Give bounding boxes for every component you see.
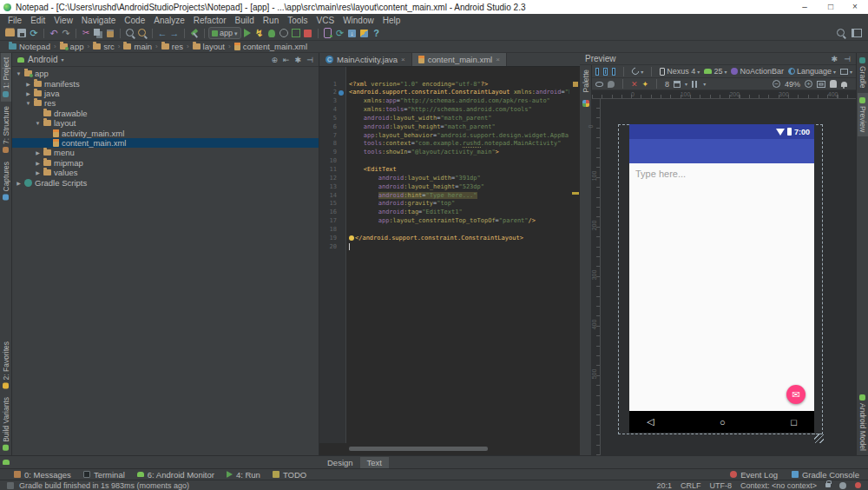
blueprint-mode-icon[interactable] xyxy=(603,68,607,76)
hide-panel-icon[interactable]: ⊣ xyxy=(844,55,851,63)
tree-item-manifests[interactable]: ▶manifests xyxy=(12,78,319,88)
locale-selector[interactable]: Language▾ xyxy=(788,67,836,76)
tree-collapse-arrow[interactable]: ▶ xyxy=(35,149,41,156)
tree-collapse-arrow[interactable]: ▶ xyxy=(35,169,41,175)
tree-expand-arrow[interactable]: ▼ xyxy=(16,71,22,76)
close-tab-icon[interactable]: × xyxy=(496,56,500,63)
encoding[interactable]: UTF-8 xyxy=(709,481,732,490)
run-config-selector[interactable]: app▾ xyxy=(208,27,241,39)
code-line[interactable]: tools:context="com.example.rushd.notepad… xyxy=(349,140,569,149)
pan-icon[interactable] xyxy=(830,80,837,88)
breadcrumb-content-main-xml[interactable]: content_main.xml xyxy=(233,42,309,51)
device-screen[interactable]: 7:00 Type here... ✉ ◁ ○ □ xyxy=(629,124,814,433)
highlight-marker[interactable] xyxy=(572,192,579,195)
search-icon[interactable] xyxy=(835,27,847,39)
tree-item-app[interactable]: ▼app xyxy=(12,69,319,78)
code-line[interactable]: android:layout_width="391dp" xyxy=(349,175,569,183)
tree-item-layout[interactable]: ▼layout xyxy=(12,118,319,128)
tree-item-mipmap[interactable]: ▶mipmap xyxy=(12,158,319,168)
close-tab-icon[interactable]: × xyxy=(401,56,405,63)
clear-constraints-icon[interactable]: ✕ xyxy=(631,80,638,89)
theme-selector[interactable]: NoActionBar xyxy=(731,67,784,76)
undo-icon[interactable] xyxy=(48,27,60,39)
api-selector[interactable]: 25▾ xyxy=(704,67,727,76)
menu-run[interactable]: Run xyxy=(259,16,283,25)
lock-icon[interactable] xyxy=(825,483,831,487)
code-line[interactable]: android:layout_height="match_parent" xyxy=(349,123,569,132)
tree-collapse-arrow[interactable]: ▶ xyxy=(25,81,31,87)
tree-expand-arrow[interactable]: ▼ xyxy=(35,121,41,126)
breadcrumb-res[interactable]: res xyxy=(160,42,185,51)
intention-bulb-icon[interactable] xyxy=(349,235,354,241)
orientation-selector[interactable]: ▾ xyxy=(632,68,643,75)
editor-tab-mainactivity-java[interactable]: CMainActivity.java× xyxy=(319,53,412,66)
tree-expand-arrow[interactable]: ▼ xyxy=(25,101,31,106)
menu-build[interactable]: Build xyxy=(231,16,259,25)
toolwindow-button-todo[interactable]: TODO xyxy=(273,470,306,480)
activity-selector[interactable]: ▾ xyxy=(840,69,852,75)
caret-position[interactable]: 20:1 xyxy=(656,481,672,490)
menu-refactor[interactable]: Refactor xyxy=(189,16,231,25)
theme-icon[interactable] xyxy=(358,27,371,39)
tree-collapse-arrow[interactable]: ▶ xyxy=(25,90,31,96)
project-view-selector[interactable]: Android xyxy=(28,55,57,64)
minimize-button[interactable]: – xyxy=(793,0,816,14)
tool-tab-captures[interactable]: Captures xyxy=(1,157,11,205)
breadcrumb-notepad[interactable]: Notepad xyxy=(7,42,52,51)
debug-icon[interactable] xyxy=(266,27,278,39)
breadcrumb-app[interactable]: app xyxy=(58,42,86,51)
notifications-bell-icon[interactable] xyxy=(841,82,847,87)
menu-analyze[interactable]: Analyze xyxy=(149,16,189,25)
code-area[interactable]: <?xml version="1.0" encoding="utf-8"?><a… xyxy=(349,67,569,443)
coverage-icon[interactable] xyxy=(290,27,302,39)
toolwindow-toggle-icon[interactable] xyxy=(7,482,14,489)
toolwindow-button-gradleconsole[interactable]: Gradle Console xyxy=(792,470,859,480)
design-mode-icon[interactable] xyxy=(595,68,599,76)
replace-icon[interactable] xyxy=(136,27,148,39)
find-icon[interactable] xyxy=(124,27,136,39)
zoom-out-button[interactable]: − xyxy=(773,80,780,88)
menu-view[interactable]: View xyxy=(49,16,77,25)
code-line[interactable]: android:tag="EditText1" xyxy=(349,209,569,217)
code-line[interactable]: </android.support.constraint.ConstraintL… xyxy=(349,235,569,243)
back-icon[interactable] xyxy=(156,27,168,39)
menu-help[interactable]: Help xyxy=(378,16,405,25)
editor-tab-content-main-xml[interactable]: content_main.xml× xyxy=(412,53,507,66)
code-line[interactable]: <android.support.constraint.ConstraintLa… xyxy=(349,89,569,97)
zoom-level[interactable]: 49% xyxy=(785,80,800,89)
menu-tools[interactable]: Tools xyxy=(283,16,312,25)
gradle-sync-icon[interactable] xyxy=(334,27,346,39)
code-line[interactable]: android:layout_width="match_parent" xyxy=(349,115,569,123)
compile-icon[interactable] xyxy=(188,27,201,39)
toolwindow-button-run[interactable]: 4: Run xyxy=(227,470,260,480)
gear-icon[interactable]: ✱ xyxy=(295,56,302,64)
save-icon[interactable] xyxy=(16,27,28,39)
tool-tab-android-model[interactable]: Android Model xyxy=(858,390,868,455)
default-margin-selector[interactable]: 8 xyxy=(665,80,669,89)
warning-marker[interactable] xyxy=(573,82,578,87)
sdk-icon[interactable] xyxy=(346,27,358,39)
tree-item-res[interactable]: ▼res xyxy=(12,98,319,108)
tree-collapse-arrow[interactable]: ▶ xyxy=(35,160,41,166)
align-options-icon[interactable] xyxy=(692,81,699,88)
instant-run-icon[interactable] xyxy=(253,27,266,39)
sync-icon[interactable] xyxy=(28,27,40,39)
hide-panel-icon[interactable]: ⊣ xyxy=(306,56,313,64)
menu-window[interactable]: Window xyxy=(339,16,378,25)
code-line[interactable]: android:hint="Type here..." xyxy=(349,192,569,201)
code-line[interactable]: android:layout_height="523dp" xyxy=(349,183,569,192)
help-icon[interactable] xyxy=(371,27,383,39)
infer-constraints-icon[interactable]: ✦ xyxy=(642,80,649,89)
collapse-all-icon[interactable]: ⇤ xyxy=(283,56,290,64)
inspections-hector-icon[interactable] xyxy=(839,482,846,489)
breadcrumb-src[interactable]: src xyxy=(91,42,116,51)
notification-icon[interactable] xyxy=(855,482,861,488)
code-line[interactable]: <EditText xyxy=(349,166,569,175)
component-gutter-icon[interactable] xyxy=(339,90,344,96)
copy-icon[interactable] xyxy=(92,27,104,39)
device-selector[interactable]: Nexus 4▾ xyxy=(660,67,700,76)
tool-tab-gradle[interactable]: Gradle xyxy=(858,53,868,93)
code-line[interactable]: xmlns:tools="http://schemas.android.com/… xyxy=(349,106,569,115)
run-icon[interactable] xyxy=(241,27,253,39)
zoom-to-fit-icon[interactable] xyxy=(817,81,825,88)
